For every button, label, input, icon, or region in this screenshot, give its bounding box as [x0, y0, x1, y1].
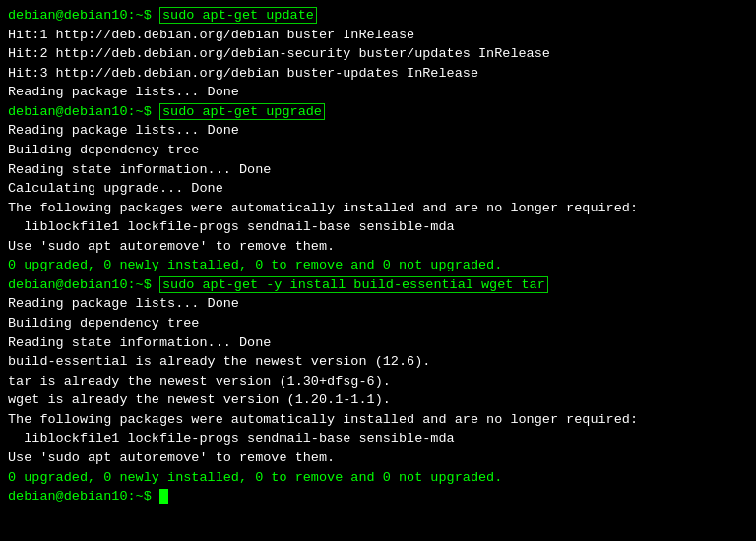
terminal-line: liblockfile1 lockfile-progs sendmail-bas… [8, 217, 748, 237]
terminal-line: Hit:3 http://deb.debian.org/debian buste… [8, 64, 748, 84]
terminal-line: Reading state information... Done [8, 160, 748, 180]
terminal-line: The following packages were automaticall… [8, 410, 748, 430]
terminal[interactable]: debian@debian10:~$ sudo apt-get updateHi… [0, 0, 756, 541]
terminal-line: liblockfile1 lockfile-progs sendmail-bas… [8, 429, 748, 449]
terminal-line: Reading package lists... Done [8, 121, 748, 141]
terminal-line: Building dependency tree [8, 314, 748, 333]
prompt: debian@debian10:~$ [8, 489, 159, 504]
terminal-line: Building dependency tree [8, 141, 748, 160]
terminal-line: wget is already the newest version (1.20… [8, 391, 748, 410]
terminal-line: Use 'sudo apt autoremove' to remove them… [8, 449, 748, 468]
terminal-line: debian@debian10:~$ sudo apt-get upgrade [8, 102, 748, 122]
terminal-line: Hit:1 http://deb.debian.org/debian buste… [8, 26, 748, 45]
command: sudo apt-get -y install build-essential … [159, 276, 548, 293]
terminal-line: build-essential is already the newest ve… [8, 352, 748, 372]
terminal-line: Reading state information... Done [8, 333, 748, 353]
prompt: debian@debian10:~$ [8, 277, 159, 292]
terminal-line: tar is already the newest version (1.30+… [8, 372, 748, 391]
terminal-line: Reading package lists... Done [8, 83, 748, 102]
terminal-line: Hit:2 http://deb.debian.org/debian-secur… [8, 44, 748, 64]
command: sudo apt-get update [159, 7, 317, 24]
terminal-line: Reading package lists... Done [8, 294, 748, 314]
cursor [159, 489, 168, 504]
terminal-line: Calculating upgrade... Done [8, 179, 748, 199]
prompt: debian@debian10:~$ [8, 8, 159, 23]
terminal-line: Use 'sudo apt autoremove' to remove them… [8, 237, 748, 257]
terminal-line: debian@debian10:~$ sudo apt-get update [8, 6, 748, 26]
prompt: debian@debian10:~$ [8, 104, 159, 119]
terminal-line: debian@debian10:~$ sudo apt-get -y insta… [8, 275, 748, 295]
terminal-line: debian@debian10:~$ [8, 487, 748, 507]
command: sudo apt-get upgrade [159, 103, 325, 120]
terminal-line: The following packages were automaticall… [8, 199, 748, 218]
terminal-line: 0 upgraded, 0 newly installed, 0 to remo… [8, 256, 748, 275]
terminal-line: 0 upgraded, 0 newly installed, 0 to remo… [8, 468, 748, 488]
